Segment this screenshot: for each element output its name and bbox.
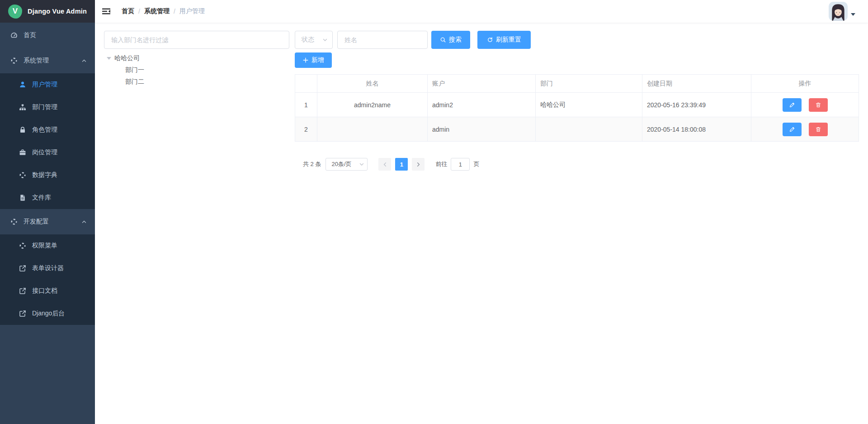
tree-expand-icon[interactable] <box>107 57 111 60</box>
sidebar-item-label: Django后台 <box>32 310 65 318</box>
edit-pencil-icon <box>789 102 795 108</box>
status-select[interactable]: 状态 <box>295 31 333 49</box>
user-icon <box>19 81 26 88</box>
table-row: 2 admin 2020-05-14 18:00:08 <box>295 117 859 142</box>
col-header-actions: 操作 <box>751 75 859 93</box>
sidebar-item-system[interactable]: 系统管理 <box>0 48 95 73</box>
search-icon <box>440 37 446 43</box>
sidebar-menu: 首页 系统管理 用户管理 <box>0 23 95 424</box>
component-icon <box>19 172 26 179</box>
user-table-panel: 状态 搜索 刷新重置 新增 <box>295 31 859 416</box>
tree-node-label: 部门二 <box>125 78 144 86</box>
sidebar-item-files[interactable]: 文件库 <box>0 186 95 209</box>
col-header-department: 部门 <box>536 75 642 93</box>
sidebar-item-django-admin[interactable]: Django后台 <box>0 302 95 325</box>
tree-node-company[interactable]: 哈哈公司 <box>104 52 289 64</box>
page-size-select[interactable]: 20条/页 <box>326 158 368 171</box>
col-header-index <box>295 75 317 93</box>
delete-button[interactable] <box>809 98 828 112</box>
external-link-icon <box>19 310 26 317</box>
current-page-button[interactable]: 1 <box>395 158 408 171</box>
sidebar-item-label: 岗位管理 <box>32 148 57 157</box>
cell-account: admin <box>428 117 536 142</box>
sidebar-item-devconfig[interactable]: 开发配置 <box>0 209 95 234</box>
navbar: 首页 / 系统管理 / 用户管理 <box>95 0 868 23</box>
sidebar-item-label: 接口文档 <box>32 287 57 295</box>
sidebar-item-label: 用户管理 <box>32 81 57 89</box>
department-tree: 哈哈公司 部门一 部门二 <box>104 52 289 88</box>
next-page-button[interactable] <box>412 158 425 171</box>
chevron-down-icon <box>322 37 328 43</box>
col-header-account: 账户 <box>428 75 536 93</box>
sidebar-item-label: 开发配置 <box>24 218 49 226</box>
breadcrumb-current: 用户管理 <box>179 7 205 15</box>
breadcrumb-home[interactable]: 首页 <box>122 7 134 15</box>
pager: 1 <box>378 158 425 171</box>
col-header-created: 创建日期 <box>642 75 751 93</box>
sidebar-item-roles[interactable]: 角色管理 <box>0 119 95 141</box>
component-icon <box>19 242 26 249</box>
name-search-input[interactable] <box>337 31 428 49</box>
breadcrumb-section[interactable]: 系统管理 <box>144 7 170 15</box>
sidebar-item-label: 部门管理 <box>32 103 57 111</box>
hamburger-icon <box>102 7 111 16</box>
hamburger-button[interactable] <box>95 0 118 23</box>
department-filter-input[interactable] <box>104 31 289 49</box>
chevron-right-icon <box>416 162 421 167</box>
main-area: 首页 / 系统管理 / 用户管理 <box>95 0 868 424</box>
sidebar-item-posts[interactable]: 岗位管理 <box>0 141 95 164</box>
edit-button[interactable] <box>783 123 802 136</box>
sidebar-item-api-docs[interactable]: 接口文档 <box>0 280 95 302</box>
cell-name <box>317 117 428 142</box>
component-icon <box>10 218 18 225</box>
dashboard-icon <box>10 32 18 39</box>
delete-button[interactable] <box>809 123 828 136</box>
sidebar-item-label: 系统管理 <box>24 57 49 65</box>
sidebar-item-home[interactable]: 首页 <box>0 23 95 48</box>
content: 哈哈公司 部门一 部门二 状态 <box>95 23 868 424</box>
trash-icon <box>815 102 821 108</box>
page-size-value: 20条/页 <box>331 160 351 168</box>
cell-created: 2020-05-16 23:39:49 <box>642 93 751 117</box>
edit-button[interactable] <box>783 98 802 112</box>
refresh-reset-button[interactable]: 刷新重置 <box>477 31 531 49</box>
add-button[interactable]: 新增 <box>295 52 332 68</box>
breadcrumb-separator: / <box>138 8 140 15</box>
total-count: 共 2 条 <box>303 160 321 168</box>
chevron-up-icon <box>81 58 87 63</box>
sidebar: V Django Vue Admin 首页 系统管理 <box>0 0 95 424</box>
status-select-placeholder: 状态 <box>302 36 314 44</box>
tree-node-dept2[interactable]: 部门二 <box>104 76 289 88</box>
table-header-row: 姓名 账户 部门 创建日期 操作 <box>295 75 859 93</box>
sidebar-item-form-designer[interactable]: 表单设计器 <box>0 257 95 280</box>
lock-icon <box>19 126 26 133</box>
cell-account: admin2 <box>428 93 536 117</box>
cell-department: 哈哈公司 <box>536 93 642 117</box>
sidebar-item-permission-menu[interactable]: 权限菜单 <box>0 234 95 257</box>
external-link-icon <box>19 287 26 295</box>
page-jump-input[interactable] <box>451 158 470 171</box>
document-icon <box>19 194 26 201</box>
sidebar-item-label: 数据字典 <box>32 171 57 179</box>
cell-name: admin2name <box>317 93 428 117</box>
refresh-icon <box>487 37 493 43</box>
external-link-icon <box>19 265 26 272</box>
tree-node-label: 部门一 <box>125 66 144 74</box>
page-jumper: 前往 页 <box>435 158 479 171</box>
user-menu[interactable] <box>829 2 855 21</box>
avatar[interactable] <box>829 2 848 21</box>
plus-icon <box>302 57 309 63</box>
sidebar-item-dictionary[interactable]: 数据字典 <box>0 164 95 186</box>
sidebar-item-users[interactable]: 用户管理 <box>0 73 95 96</box>
submenu-system: 用户管理 部门管理 角色管理 <box>0 73 95 209</box>
tree-node-dept1[interactable]: 部门一 <box>104 64 289 76</box>
search-button[interactable]: 搜索 <box>431 31 470 49</box>
logo-bar[interactable]: V Django Vue Admin <box>0 0 95 23</box>
jump-suffix-label: 页 <box>473 160 479 168</box>
app-logo-icon: V <box>8 5 22 19</box>
chevron-down-icon <box>359 162 364 167</box>
chevron-up-icon <box>81 219 87 224</box>
prev-page-button[interactable] <box>378 158 391 171</box>
sidebar-item-departments[interactable]: 部门管理 <box>0 96 95 119</box>
add-row: 新增 <box>295 52 859 68</box>
